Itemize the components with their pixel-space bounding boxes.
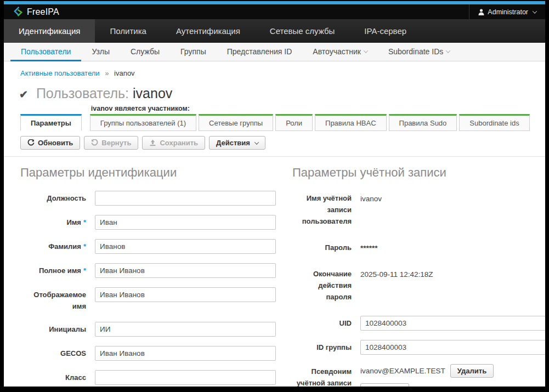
class-label: Класс [20, 370, 86, 385]
subnav-subordinate-ids-label: Subordinate IDs [388, 47, 443, 56]
breadcrumb: Активные пользователи » ivanov [4, 61, 545, 77]
member-of-note: ivanov является участником: [91, 105, 530, 112]
user-menu[interactable]: Administrator [469, 4, 545, 19]
last-name-label-text: Фамилия [48, 242, 81, 251]
display-name-input[interactable] [95, 287, 276, 302]
save-button[interactable]: Сохранить [142, 136, 205, 150]
tab-hbac-rules[interactable]: Правила HBAC [315, 114, 387, 131]
field-login: Имя учётной записи пользователя ivanov [292, 191, 545, 227]
brand: FreeIPA [4, 6, 59, 18]
gid-label: ID группы [292, 340, 352, 355]
field-password: Пароль ****** [292, 240, 545, 254]
sub-nav: Пользователи Узлы Службы Группы Представ… [4, 43, 545, 61]
subnav-groups[interactable]: Группы [170, 43, 217, 61]
initials-input[interactable] [95, 322, 276, 337]
refresh-icon [27, 139, 35, 146]
identity-heading: Параметры идентификации [20, 166, 279, 180]
user-icon [478, 9, 484, 15]
password-label: Пароль [292, 240, 352, 254]
content: Активные пользователи » ivanov ✔ Пользов… [4, 61, 545, 387]
subnav-services[interactable]: Службы [120, 43, 170, 61]
tab-netgroups[interactable]: Сетевые группы [199, 114, 273, 131]
field-last-name: Фамилия* [20, 239, 279, 254]
display-name-label: Отображаемое имя [20, 287, 86, 313]
refresh-label: Обновить [38, 139, 73, 147]
job-title-input[interactable] [95, 191, 276, 206]
nav-authentication[interactable]: Аутентификация [161, 19, 255, 43]
field-job-title: Должность [20, 191, 279, 206]
chevron-down-icon [533, 9, 537, 13]
field-gid: ID группы [292, 340, 545, 355]
actions-label: Действия [216, 139, 250, 147]
member-tabs-group: ivanov является участником: Группы польз… [90, 105, 530, 131]
revert-label: Вернуть [101, 139, 131, 147]
nav-policy[interactable]: Политика [95, 19, 161, 43]
field-class: Класс [20, 370, 279, 385]
undo-icon [91, 139, 98, 146]
delete-alias-button[interactable]: Удалить [450, 364, 494, 378]
breadcrumb-active-users-link[interactable]: Активные пользователи [20, 69, 100, 77]
tab-user-groups[interactable]: Группы пользователей (1) [90, 114, 196, 131]
field-full-name: Полное имя* [20, 263, 279, 278]
gecos-label: GECOS [20, 346, 86, 361]
upload-icon [149, 139, 156, 146]
password-value: ****** [360, 240, 545, 254]
required-marker: * [83, 218, 86, 226]
check-icon: ✔ [19, 89, 28, 100]
nav-network-services[interactable]: Сетевые службы [255, 19, 349, 43]
tab-roles[interactable]: Роли [275, 114, 313, 131]
first-name-label-text: Имя [66, 218, 81, 226]
password-expiration-label: Окончание действия пароля [292, 266, 352, 303]
field-password-expiration: Окончание действия пароля 2025-09-11 12:… [292, 266, 545, 303]
revert-button[interactable]: Вернуть [84, 136, 138, 150]
nav-ipa-server[interactable]: IPA-сервер [349, 19, 421, 43]
job-title-label: Должность [20, 191, 86, 206]
nav-identity[interactable]: Идентификация [4, 19, 95, 43]
login-label: Имя учётной записи пользователя [292, 191, 352, 227]
uid-input[interactable] [360, 316, 545, 331]
subnav-users[interactable]: Пользователи [10, 43, 81, 61]
field-initials: Инициалы [20, 322, 279, 337]
toolbar: Обновить Вернуть Сохранить Действия [20, 136, 545, 150]
subnav-hosts[interactable]: Узлы [81, 43, 120, 61]
subnav-id-views[interactable]: Представления ID [217, 43, 303, 61]
subnav-automember[interactable]: Автоучастник [302, 43, 378, 61]
actions-button[interactable]: Действия [209, 136, 265, 150]
principal-alias-value: ivanov@EXAMPLE.TEST [360, 365, 445, 377]
account-heading: Параметры учётной записи [292, 166, 545, 180]
refresh-button[interactable]: Обновить [20, 136, 80, 150]
page-title-value: ivanov [133, 86, 172, 101]
gid-input[interactable] [360, 340, 545, 355]
details-form: Параметры идентификации Должность Имя* Ф… [4, 157, 545, 387]
save-label: Сохранить [160, 139, 198, 147]
login-value: ivanov [360, 191, 545, 227]
page-title-prefix: Пользователь: [36, 86, 129, 101]
freeipa-logo-icon [13, 6, 24, 18]
masthead: FreeIPA Administrator [4, 4, 545, 19]
identity-section: Параметры идентификации Должность Имя* Ф… [20, 159, 279, 387]
page-title: ✔ Пользователь: ivanov [19, 86, 545, 101]
principal-alias-value-group: ivanov@EXAMPLE.TEST Удалить Добавить [360, 364, 545, 387]
subnav-subordinate-ids[interactable]: Subordinate IDs [378, 43, 460, 61]
field-first-name: Имя* [20, 215, 279, 230]
password-expiration-value: 2025-09-11 12:42:18Z [360, 266, 545, 303]
first-name-input[interactable] [95, 215, 276, 230]
principal-alias-line: ivanov@EXAMPLE.TEST Удалить [360, 364, 545, 378]
required-marker: * [83, 242, 86, 251]
class-input[interactable] [95, 370, 276, 385]
chevron-down-icon [254, 140, 259, 144]
tab-subordinate-ids[interactable]: Subordinate ids [459, 114, 529, 131]
field-display-name: Отображаемое имя [20, 287, 279, 313]
app-window: FreeIPA Administrator Идентификация Поли… [4, 1, 545, 387]
full-name-input[interactable] [95, 263, 276, 278]
add-alias-button[interactable]: Добавить [360, 383, 409, 387]
field-uid: UID [292, 316, 545, 331]
tab-settings[interactable]: Параметры [20, 114, 82, 131]
tab-sudo-rules[interactable]: Правила Sudo [389, 114, 457, 131]
last-name-input[interactable] [95, 239, 276, 254]
main-nav: Идентификация Политика Аутентификация Се… [4, 19, 545, 43]
uid-label: UID [292, 316, 352, 331]
full-name-label: Полное имя* [20, 263, 86, 278]
gecos-input[interactable] [95, 346, 276, 361]
account-section: Параметры учётной записи Имя учётной зап… [292, 159, 545, 387]
